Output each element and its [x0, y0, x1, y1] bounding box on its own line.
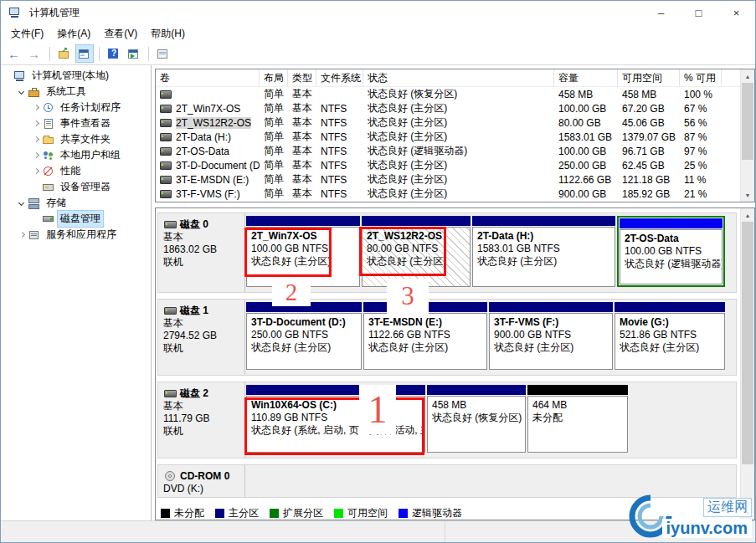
expander-collapsed-icon[interactable] — [31, 135, 41, 145]
partition-disk-0-3[interactable]: 2T-OS-Data100.00 GB NTFS状态良好 (逻辑驱动器) — [617, 216, 725, 287]
column-header-type[interactable]: 类型 — [288, 69, 316, 86]
volume-icon — [160, 190, 172, 198]
disk-header-disk-2[interactable]: 磁盘 2基本111.79 GB联机 — [158, 382, 245, 458]
sidebar-item-services-applications[interactable]: 服务和应用程序 — [1, 227, 151, 243]
close-button[interactable]: × — [717, 1, 755, 24]
partition-color-bar — [472, 216, 615, 226]
legend-item-0: 未分配 — [161, 506, 204, 520]
console-media-button[interactable] — [125, 44, 143, 63]
expander-collapsed-icon[interactable] — [17, 230, 27, 240]
help-button[interactable] — [105, 44, 123, 63]
table-row[interactable]: 2T_Win7X-OS简单基本NTFS状态良好 (主分区)100.00 GB67… — [156, 101, 740, 115]
partition-disk-2-0[interactable]: Win10X64-OS (C:)110.89 GB NTFS状态良好 (系统, … — [246, 385, 425, 453]
partition-disk-2-2[interactable]: 464 MB未分配 — [527, 385, 628, 453]
table-row[interactable]: 2T_WS12R2-OS简单基本NTFS状态良好 (主分区)80.00 GB45… — [156, 115, 740, 130]
partition-color-bar — [527, 385, 628, 395]
sidebar-item-storage[interactable]: 存储 — [1, 195, 151, 211]
tools-icon — [28, 85, 41, 99]
menu-item-0[interactable]: 文件(F) — [4, 25, 50, 43]
table-row[interactable]: 简单基本状态良好 (恢复分区)458 MB458 MB100 % — [156, 87, 740, 101]
legend-item-4: 逻辑驱动器 — [399, 506, 462, 520]
expander-collapsed-icon[interactable] — [31, 166, 41, 177]
partition-size: 1122.66 GB NTFS — [368, 329, 450, 341]
expander-collapsed-icon[interactable] — [31, 103, 41, 113]
minimize-button[interactable]: – — [642, 1, 680, 24]
column-header-pct[interactable]: % 可用 — [680, 69, 722, 86]
volume-icon — [160, 133, 172, 141]
scroll-up-icon[interactable]: ▲ — [741, 208, 754, 222]
table-row[interactable]: 3T-E-MSDN (E:)简单基本NTFS状态良好 (主分区)1122.66 … — [156, 172, 740, 187]
partition-label: 3T-F-VMS (F:) — [494, 316, 558, 328]
sidebar-item-label: 存储 — [44, 195, 69, 211]
partition-disk-1-3[interactable]: Movie (G:)521.86 GB NTFS状态良好 (主分区) — [615, 302, 725, 370]
cell-type: 基本 — [288, 101, 316, 115]
menu-item-1[interactable]: 操作(A) — [50, 25, 97, 43]
partition-color-bar — [489, 302, 613, 312]
partition-label: 2T-Data (H:) — [477, 230, 533, 242]
disk-graph-scrollbar[interactable]: ▲ ▼ — [740, 208, 754, 520]
cdrom-header[interactable]: CD-ROM 0DVD (K:) — [158, 465, 245, 497]
column-header-layout[interactable]: 布局 — [260, 69, 288, 86]
expander-collapsed-icon[interactable] — [31, 119, 41, 129]
partition-size: 900.00 GB NTFS — [494, 329, 571, 341]
sidebar-item-system-tools[interactable]: 系统工具 — [1, 84, 151, 100]
scrollbar-thumb[interactable] — [742, 222, 753, 464]
menu-item-3[interactable]: 帮助(H) — [144, 25, 192, 43]
partition-disk-0-2[interactable]: 2T-Data (H:)1583.01 GB NTFS状态良好 (主分区) — [472, 216, 615, 287]
partition-disk-1-2[interactable]: 3T-F-VMS (F:)900.00 GB NTFS状态良好 (主分区) — [489, 302, 613, 370]
expander-collapsed-icon[interactable] — [31, 151, 41, 161]
expander-expanded-icon[interactable] — [17, 87, 27, 97]
scrollbar-track[interactable] — [741, 222, 754, 506]
disk-status: 联机 — [163, 256, 244, 269]
column-header-free[interactable]: 可用空间 — [618, 69, 680, 86]
sidebar-item-performance[interactable]: 性能 — [1, 163, 151, 179]
partition-disk-2-1[interactable]: 458 MB状态良好 (恢复分区) — [427, 385, 526, 453]
partition-disk-0-1[interactable]: 2T_WS12R2-OS80.00 GB NTFS状态良好 (主分区) — [362, 216, 471, 287]
cell-layout: 简单 — [260, 87, 288, 101]
disk-size: 1863.02 GB — [163, 243, 244, 256]
table-row[interactable]: 2T-Data (H:)简单基本NTFS状态良好 (主分区)1583.01 GB… — [156, 130, 740, 144]
disk-strip-disk-2: 磁盘 2基本111.79 GB联机Win10X64-OS (C:)110.89 … — [157, 382, 737, 458]
scroll-down-icon[interactable]: ▼ — [741, 188, 754, 202]
legend-swatch — [270, 509, 279, 518]
sidebar-item-disk-management[interactable]: 磁盘管理 — [1, 211, 151, 227]
sidebar-item-task-scheduler[interactable]: 任务计划程序 — [1, 100, 151, 115]
volume-list-scrollbar[interactable]: ▲ ▼ — [740, 69, 754, 202]
console-window-button[interactable] — [75, 44, 94, 63]
legend-item-2: 扩展分区 — [270, 506, 323, 520]
table-row[interactable]: 2T-OS-Data简单基本NTFS状态良好 (逻辑驱动器)100.00 GB9… — [156, 144, 740, 158]
sidebar-item-event-viewer[interactable]: 事件查看器 — [1, 115, 151, 131]
disk-header-disk-0[interactable]: 磁盘 0基本1863.02 GB联机 — [158, 213, 245, 292]
partition-disk-1-1[interactable]: 3T-E-MSDN (E:)1122.66 GB NTFS状态良好 (主分区) — [363, 302, 487, 370]
folder-up-button[interactable] — [55, 44, 74, 63]
legend-label: 逻辑驱动器 — [412, 506, 462, 520]
partition-disk-0-0[interactable]: 2T_Win7X-OS100.00 GB NTFS状态良好 (主分区) — [246, 216, 360, 287]
back-button[interactable] — [6, 44, 24, 63]
cell-pct: 11 % — [680, 174, 722, 186]
maximize-button[interactable]: □ — [680, 1, 717, 24]
table-row[interactable]: 3T-D-Document (D:)简单基本NTFS状态良好 (主分区)250.… — [156, 158, 740, 172]
cell-pct: 25 % — [680, 160, 722, 172]
sidebar-item-device-manager[interactable]: 设备管理器 — [1, 179, 151, 195]
scroll-up-icon[interactable]: ▲ — [741, 69, 754, 83]
cell-type: 基本 — [288, 172, 316, 187]
scrollbar-track[interactable] — [741, 83, 754, 188]
scrollbar-thumb[interactable] — [742, 83, 753, 160]
forward-button[interactable] — [26, 44, 44, 63]
table-row[interactable]: 3T-F-VMS (F:)简单基本NTFS状态良好 (主分区)900.00 GB… — [156, 187, 740, 201]
properties-button[interactable] — [154, 44, 172, 63]
expander-expanded-icon[interactable] — [17, 198, 27, 208]
column-header-fs[interactable]: 文件系统 — [316, 69, 363, 86]
column-header-capacity[interactable]: 容量 — [554, 69, 618, 86]
sidebar-item-shared-folders[interactable]: 共享文件夹 — [1, 131, 151, 147]
menu-item-2[interactable]: 查看(V) — [97, 25, 144, 43]
cell-status: 状态良好 (逻辑驱动器) — [363, 144, 554, 158]
column-header-status[interactable]: 状态 — [363, 69, 554, 86]
disk-header-disk-1[interactable]: 磁盘 1基本2794.52 GB联机 — [158, 300, 245, 375]
console-media-icon — [126, 47, 140, 60]
sidebar-item-local-users-groups[interactable]: 本地用户和组 — [1, 147, 151, 163]
partition-disk-1-0[interactable]: 3T-D-Document (D:)250.00 GB NTFS状态良好 (主分… — [246, 302, 362, 370]
partition-color-bar — [615, 302, 725, 312]
column-header-volume[interactable]: 卷 — [156, 69, 260, 86]
sidebar-item-computer-management-local[interactable]: 计算机管理(本地) — [1, 68, 151, 84]
